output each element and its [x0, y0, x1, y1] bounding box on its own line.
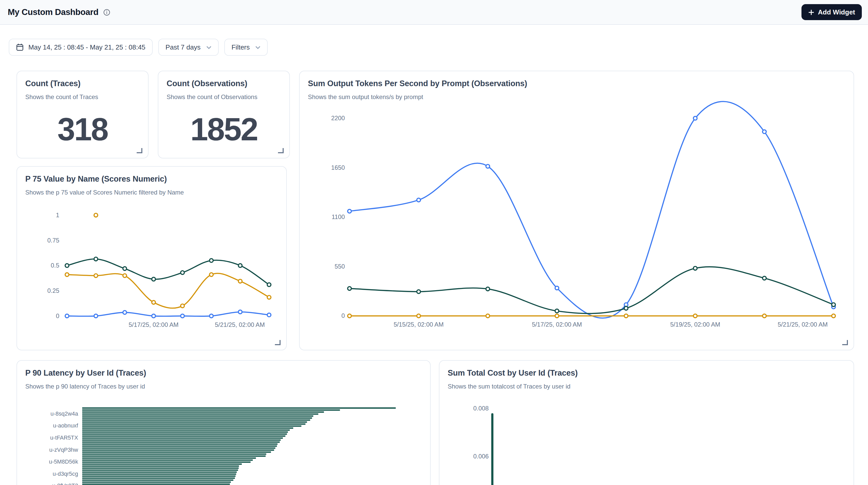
add-widget-button[interactable]: Add Widget	[802, 4, 862, 20]
resize-handle-icon[interactable]	[278, 148, 284, 153]
data-point-marker	[763, 276, 766, 280]
card-cost-chart: Sum Total Cost by User Id (Traces) Shows…	[439, 360, 854, 485]
axis-tick-label: 2200	[331, 115, 345, 122]
series-amber-line	[67, 273, 269, 308]
data-point-marker	[832, 314, 835, 317]
data-point-marker	[486, 314, 490, 317]
latency-bar	[82, 451, 271, 453]
resize-handle-icon[interactable]	[842, 340, 848, 345]
axis-tick-label: u-8fVa9T3	[52, 482, 78, 485]
latency-bar	[82, 431, 288, 433]
data-point-marker	[209, 314, 213, 318]
latency-bar	[82, 457, 256, 459]
axis-tick-label: 5/17/25, 02:00 AM	[129, 321, 179, 328]
info-icon[interactable]	[103, 8, 111, 16]
axis-tick-label: u-5M8D56k	[49, 458, 78, 465]
filters-button[interactable]: Filters	[224, 39, 268, 56]
axis-tick-label: u-aobnuxf	[53, 422, 79, 429]
toolbar: May 14, 25 : 08:45 - May 21, 25 : 08:45 …	[9, 39, 268, 56]
axis-tick-label: u-d3qr5cg	[53, 471, 78, 477]
add-widget-label: Add Widget	[818, 8, 855, 16]
data-point-marker	[238, 310, 242, 314]
filters-label: Filters	[231, 43, 250, 51]
data-point-marker	[693, 267, 697, 270]
data-point-marker	[624, 306, 628, 310]
axis-tick-label: 5/21/25, 02:00 AM	[215, 321, 265, 328]
data-point-marker	[238, 264, 242, 267]
range-preset-select[interactable]: Past 7 days	[158, 39, 219, 56]
page-title: My Custom Dashboard	[8, 7, 98, 17]
card-subtitle: Shows the count of Traces	[25, 93, 140, 101]
data-point-marker	[123, 267, 127, 270]
axis-tick-label: 0.25	[48, 287, 59, 294]
latency-bar	[82, 425, 302, 427]
data-point-marker	[555, 309, 559, 313]
data-point-marker	[152, 277, 155, 281]
card-tokens-chart: Sum Output Tokens Per Second by Prompt (…	[299, 71, 854, 350]
latency-bar	[82, 420, 310, 421]
data-point-marker	[693, 116, 697, 120]
cost-bar	[491, 413, 493, 485]
axis-tick-label: 1100	[332, 213, 345, 220]
latency-bar	[82, 465, 239, 467]
series-green-line	[349, 267, 833, 313]
latency-bar	[82, 427, 293, 429]
data-point-marker	[209, 273, 213, 276]
data-point-marker	[417, 290, 420, 293]
data-point-marker	[123, 311, 127, 314]
date-range-picker[interactable]: May 14, 25 : 08:45 - May 21, 25 : 08:45	[9, 39, 153, 56]
latency-bar	[82, 459, 253, 461]
axis-tick-label: 0.5	[51, 262, 59, 269]
axis-tick-label: 550	[335, 263, 345, 270]
card-title: P 75 Value by Name (Scores Numeric)	[25, 174, 278, 184]
data-point-marker	[486, 287, 490, 291]
card-p90-chart: P 90 Latency by User Id (Traces) Shows t…	[17, 360, 431, 485]
date-range-value: May 14, 25 : 08:45 - May 21, 25 : 08:45	[28, 43, 146, 51]
axis-tick-label: 5/21/25, 02:00 AM	[778, 321, 828, 328]
card-title: Sum Total Cost by User Id (Traces)	[448, 368, 845, 378]
latency-bar	[82, 467, 239, 469]
calendar-icon	[16, 43, 24, 51]
latency-bar	[82, 429, 290, 430]
series-blue-line	[349, 101, 833, 318]
latency-bar	[82, 449, 274, 451]
card-count-observations: Count (Observations) Shows the count of …	[158, 71, 290, 158]
data-point-marker	[65, 273, 69, 276]
data-point-marker	[555, 314, 559, 317]
data-point-marker	[123, 274, 127, 277]
kpi-value: 1852	[158, 111, 289, 148]
axis-tick-label: 1	[56, 212, 59, 218]
latency-bar	[82, 469, 238, 471]
axis-tick-label: 5/15/25, 02:00 AM	[394, 321, 443, 328]
axis-tick-label: 0	[341, 312, 345, 319]
card-subtitle: Shows the sum output tokens/s by prompt	[308, 93, 845, 101]
card-subtitle: Shows the sum totalcost of Traces by use…	[448, 383, 845, 390]
data-point-marker	[152, 301, 155, 304]
tokens-chart-svg: 05501100165022005/15/25, 02:00 AM5/17/25…	[300, 71, 854, 350]
axis-tick-label: 0	[56, 312, 59, 320]
data-point-marker	[181, 271, 184, 274]
latency-bar	[82, 410, 340, 411]
latency-bar	[82, 478, 235, 479]
data-point-marker	[348, 286, 351, 290]
latency-bar	[82, 413, 318, 415]
data-point-marker	[94, 213, 98, 217]
card-subtitle: Shows the p 75 value of Scores Numeric f…	[25, 189, 278, 196]
latency-bar	[82, 471, 237, 473]
latency-bar	[82, 442, 280, 443]
latency-bar	[82, 479, 234, 481]
latency-bar	[82, 483, 230, 485]
card-title: Sum Output Tokens Per Second by Prompt (…	[308, 79, 845, 88]
axis-tick-label: 5/17/25, 02:00 AM	[532, 321, 582, 328]
chevron-down-icon	[206, 46, 212, 49]
chevron-down-icon	[255, 46, 261, 49]
data-point-marker	[555, 286, 559, 290]
data-point-marker	[94, 314, 98, 318]
data-point-marker	[763, 130, 766, 133]
resize-handle-icon[interactable]	[275, 340, 281, 345]
resize-handle-icon[interactable]	[137, 148, 142, 153]
data-point-marker	[267, 313, 271, 317]
card-p75-chart: P 75 Value by Name (Scores Numeric) Show…	[17, 166, 287, 350]
latency-bar	[82, 455, 266, 457]
latency-bar	[82, 415, 313, 417]
